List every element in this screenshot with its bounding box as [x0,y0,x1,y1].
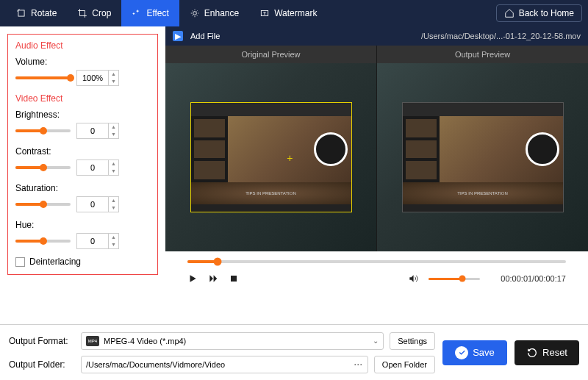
effect-icon [132,8,142,18]
stop-button[interactable] [229,273,239,284]
settings-button[interactable]: Settings [390,332,435,350]
tab-effect[interactable]: Effect [121,0,179,26]
fast-forward-icon [208,273,218,284]
volume-label: Volume: [15,57,150,67]
brightness-slider[interactable] [15,129,71,132]
crop-icon [77,8,87,18]
audio-effect-title: Audio Effect [15,40,150,51]
save-button[interactable]: Save [442,340,507,365]
add-file-label[interactable]: Add File [190,32,220,40]
chevron-down-icon: ⌄ [373,337,379,345]
original-preview-panel: Original Preview TIPS IN PRESENTATION + [165,46,376,251]
volume-slider[interactable] [15,76,71,79]
volume-value: 100% [77,74,108,82]
rotate-icon [16,8,26,18]
contrast-value: 0 [77,163,108,172]
brightness-spinners[interactable]: ▲▼ [108,123,118,138]
svg-rect-0 [18,10,24,16]
timeline[interactable] [165,251,588,268]
hue-spinners[interactable]: ▲▼ [108,234,118,248]
saturation-input[interactable]: 0 ▲▼ [76,196,119,212]
output-preview-title: Output Preview [377,46,588,63]
tabs-group: Rotate Crop Effect Enhance Watermark [6,0,327,26]
output-folder-field[interactable]: /Users/mac/Documents/Vidmore/Video ··· [81,356,368,373]
tab-rotate[interactable]: Rotate [6,0,67,26]
tab-label: Crop [92,8,111,18]
contrast-input[interactable]: 0 ▲▼ [76,159,119,176]
contrast-spinners[interactable]: ▲▼ [108,160,118,175]
saturation-slider[interactable] [15,203,71,206]
crop-center-icon[interactable]: + [287,152,293,164]
original-preview-frame: TIPS IN PRESENTATION + [190,102,352,212]
home-icon [504,8,514,18]
hue-slider[interactable] [15,240,71,243]
effects-sidebar: Audio Effect Volume: 100% ▲▼ Video Effec… [0,26,165,324]
output-preview-panel: Output Preview TIPS IN PRESENTATION [376,46,588,251]
tab-label: Effect [146,8,168,18]
output-preview-frame: TIPS IN PRESENTATION [402,102,564,212]
back-home-label: Back to Home [519,8,574,18]
original-preview-content[interactable]: TIPS IN PRESENTATION + [165,63,376,251]
tab-enhance[interactable]: Enhance [179,0,249,26]
reset-button[interactable]: Reset [514,340,579,365]
top-toolbar: Rotate Crop Effect Enhance Watermark Bac… [0,0,588,26]
back-home-button[interactable]: Back to Home [496,4,582,22]
enhance-icon [190,8,200,18]
brightness-input[interactable]: 0 ▲▼ [76,123,119,139]
output-format-select[interactable]: MP4 MPEG-4 Video (*.mp4) ⌄ [81,332,384,350]
brightness-value: 0 [77,126,108,135]
deinterlacing-label: Deinterlacing [29,257,81,267]
contrast-slider[interactable] [15,166,71,169]
saturation-value: 0 [77,200,108,209]
playback-controls: 00:00:01/00:00:17 [165,268,588,290]
output-folder-label: Output Folder: [9,359,75,370]
timeline-thumb[interactable] [214,258,222,266]
file-bar: ▶ Add File /Users/mac/Desktop/...-01-12_… [165,26,588,46]
add-file-icon[interactable]: ▶ [173,31,183,41]
playback-volume-slider[interactable] [429,278,480,280]
play-button[interactable] [187,273,198,284]
format-icon: MP4 [86,336,99,346]
output-format-value: MPEG-4 Video (*.mp4) [104,337,186,345]
tab-label: Watermark [274,8,317,18]
volume-icon[interactable] [408,273,418,284]
original-preview-title: Original Preview [165,46,376,63]
reset-label: Reset [542,347,567,358]
browse-icon[interactable]: ··· [354,360,363,369]
check-icon [455,346,468,359]
output-preview-content: TIPS IN PRESENTATION [377,63,588,251]
play-icon [187,273,198,284]
volume-input[interactable]: 100% ▲▼ [76,70,119,86]
preview-area: ▶ Add File /Users/mac/Desktop/...-01-12_… [165,26,588,324]
save-label: Save [473,347,495,358]
brightness-label: Brightness: [15,110,150,120]
video-effect-title: Video Effect [15,93,150,104]
open-folder-button[interactable]: Open Folder [374,356,435,373]
tab-label: Rotate [31,8,57,18]
saturation-spinners[interactable]: ▲▼ [108,197,118,212]
contrast-label: Contrast: [15,146,150,157]
bottom-bar: Output Format: MP4 MPEG-4 Video (*.mp4) … [0,324,588,380]
time-display: 00:00:01/00:00:17 [501,274,566,283]
effects-panel: Audio Effect Volume: 100% ▲▼ Video Effec… [7,34,158,275]
svg-rect-3 [231,276,237,282]
volume-spinners[interactable]: ▲▼ [108,71,118,85]
reset-icon [526,347,538,359]
saturation-label: Saturation: [15,183,150,193]
hue-input[interactable]: 0 ▲▼ [76,233,119,249]
output-format-label: Output Format: [9,336,75,346]
file-path: /Users/mac/Desktop/...-01-12_20-12-58.mo… [421,32,581,40]
tab-crop[interactable]: Crop [67,0,121,26]
hue-label: Hue: [15,220,150,230]
tab-label: Enhance [204,8,239,18]
output-folder-value: /Users/mac/Documents/Vidmore/Video [86,360,225,369]
preview-panels: Original Preview TIPS IN PRESENTATION + … [165,46,588,251]
hue-value: 0 [77,237,108,245]
svg-point-1 [193,12,197,15]
tab-watermark[interactable]: Watermark [249,0,327,26]
fast-forward-button[interactable] [208,273,218,284]
watermark-icon [259,8,270,18]
deinterlacing-checkbox[interactable] [15,257,25,267]
stop-icon [229,274,238,283]
